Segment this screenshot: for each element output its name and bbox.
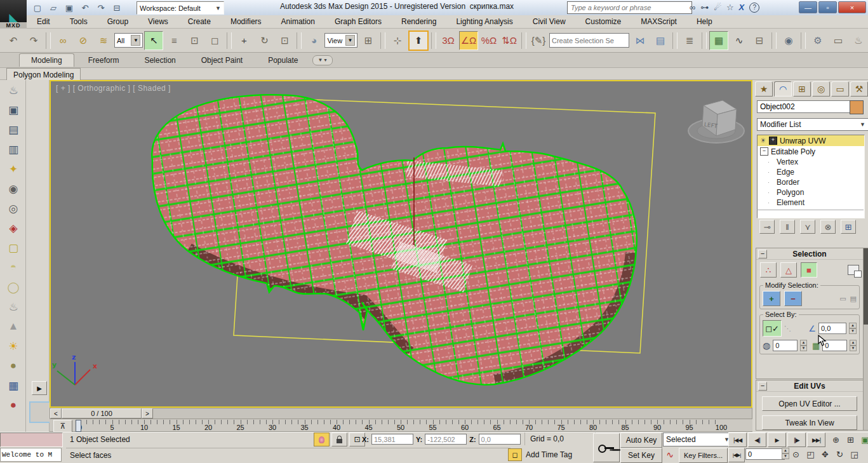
viewport[interactable]: LEFT z x y [50, 80, 752, 408]
bottom-left-panel-button[interactable] [29, 401, 51, 423]
default-tangent-icon[interactable]: ∿ [663, 448, 677, 462]
save-file-icon[interactable]: ▣ [62, 1, 76, 14]
scale-icon[interactable]: ⊡ [275, 31, 294, 50]
open-uv-editor-button[interactable]: Open UV Editor ... [762, 396, 857, 411]
isolate-selection-toggle[interactable] [314, 433, 330, 446]
grow-selection-icon[interactable]: + [763, 291, 780, 306]
stack-subobject-item[interactable]: Polygon [758, 187, 864, 198]
menu-item[interactable]: Views [146, 17, 170, 27]
tweak-in-view-button[interactable]: Tweak In View [762, 415, 857, 430]
pan-icon[interactable]: ✥ [818, 448, 832, 461]
align-icon[interactable]: ▤ [651, 31, 670, 50]
percent-snap-icon[interactable]: %Ω [479, 31, 498, 50]
select-manipulate-icon[interactable]: ◕ [304, 31, 323, 50]
wire-teapot-icon[interactable]: ♨ [5, 299, 22, 314]
layer-manager-icon[interactable]: ≣ [680, 31, 699, 50]
open-file-icon[interactable]: ▱ [46, 1, 60, 14]
menu-item[interactable]: Tools [68, 17, 90, 27]
render-production-icon[interactable]: ♨ [849, 31, 868, 50]
graphite-toggle-icon[interactable]: ▦ [709, 31, 728, 50]
tab-selection[interactable]: Selection [133, 54, 187, 67]
time-slider-handle[interactable]: 0 / 100 [62, 408, 142, 419]
panel-scrollbar[interactable] [863, 248, 868, 431]
rotate-icon[interactable]: ↻ [255, 31, 274, 50]
new-file-icon[interactable]: ▢ [30, 1, 44, 14]
stack-item-editable-poly[interactable]: − Editable Poly [758, 146, 864, 157]
search-input[interactable] [567, 1, 692, 14]
polygon-mode-icon[interactable]: ■ [801, 262, 817, 278]
next-frame-button[interactable]: ||▶ [787, 433, 806, 447]
object-color-swatch[interactable] [850, 100, 864, 114]
key-filters-button[interactable]: Key Filters... [679, 448, 728, 463]
selection-filter-dropdown[interactable]: All▼ [114, 33, 143, 48]
expand-panel-button[interactable]: ▶ [32, 381, 47, 395]
modifier-list-dropdown[interactable]: Modifier List▼ [757, 118, 868, 131]
time-config-icon[interactable]: ⊙ [789, 448, 803, 461]
rendered-frame-window-icon[interactable]: ▣ [5, 102, 22, 117]
move-icon[interactable]: + [234, 31, 253, 50]
next-frame-arrow[interactable]: > [142, 408, 153, 419]
named-selection-sets-icon[interactable]: {✎} [529, 31, 548, 50]
tab-freeform[interactable]: Freeform [77, 54, 131, 67]
rendered-frame-icon[interactable]: ▭ [829, 31, 848, 50]
show-end-result-icon[interactable]: ‖ [780, 220, 795, 234]
configure-modifier-sets-icon[interactable]: ⊞ [841, 220, 856, 234]
light-lister-icon[interactable]: ✦ [5, 161, 22, 177]
time-slider[interactable]: < 0 / 100 > [50, 408, 752, 419]
undo-icon[interactable]: ↶ [4, 31, 23, 50]
dome-light-icon[interactable]: ◓ [5, 260, 22, 275]
maximize-viewport-icon[interactable]: ◲ [848, 448, 861, 461]
scrollbar-thumb[interactable] [864, 248, 868, 325]
rect-selection-icon[interactable]: ⊡ [185, 31, 204, 50]
named-selection-input[interactable] [549, 33, 629, 48]
render-setup-dialog-icon[interactable]: ▤ [5, 122, 22, 137]
select-by-angle-icon[interactable]: ∠ [808, 324, 816, 333]
menu-item[interactable]: Animation [279, 17, 317, 27]
select-by-planar-icon[interactable]: ◍ [763, 340, 770, 351]
tab-motion[interactable]: ◎ [812, 81, 830, 97]
select-by-element-icon[interactable]: ◻✓ [763, 320, 782, 337]
tab-object-paint[interactable]: Object Paint [190, 54, 254, 67]
workspace-dropdown[interactable]: Workspace: Default▼ [137, 1, 224, 15]
tab-hierarchy[interactable]: ⊞ [793, 81, 811, 97]
auto-key-button[interactable]: Auto Key [620, 433, 662, 448]
go-end-button[interactable]: ▶▶| [807, 433, 825, 447]
close-button[interactable]: × [838, 1, 866, 13]
stack-subobject-item[interactable]: Border [758, 177, 864, 187]
selection-lock-toggle[interactable] [331, 433, 347, 446]
planar-threshold-field[interactable]: 0 [773, 340, 798, 351]
favorites-icon[interactable]: ☆ [726, 3, 734, 12]
zoom-extents-icon[interactable]: ▣ [858, 433, 868, 446]
circle-light-icon[interactable]: ◯ [5, 279, 22, 295]
key-mode-toggle[interactable]: |◀▶| [728, 448, 745, 462]
tab-modify[interactable]: ◠ [774, 81, 792, 97]
orbit-icon[interactable]: ↻ [833, 448, 846, 461]
tab-create[interactable]: ★ [755, 81, 773, 97]
stack-item-unwrap-uvw[interactable]: ☀ + Unwrap UVW [758, 135, 864, 146]
app-logo[interactable]: ◣ MXD [0, 0, 27, 29]
stack-subobject-item[interactable]: Edge [758, 167, 864, 177]
maxscript-mini-listener[interactable] [0, 433, 63, 447]
menu-item[interactable]: Create [186, 17, 213, 27]
y-coordinate-field[interactable] [425, 434, 467, 445]
reference-coordinate-dropdown[interactable]: View▼ [324, 33, 357, 48]
z-coordinate-field[interactable] [479, 434, 521, 445]
ribbon-minimize-dropdown[interactable]: ▼ ▾ [312, 55, 333, 65]
grid-spinner[interactable]: ▲▼ [850, 340, 857, 351]
collapse-rollout-icon[interactable]: − [758, 382, 767, 391]
key-icon[interactable]: ⊶ [700, 3, 709, 12]
menu-item[interactable]: Rendering [399, 17, 438, 27]
menu-item[interactable]: Edit [35, 17, 52, 27]
viewport-label[interactable]: [ + ] [ Orthographic ] [ Shaded ] [56, 84, 171, 93]
track-bar-ruler[interactable]: 0510152025303540455055606570758085909510… [74, 419, 728, 432]
stack-subobject-item[interactable]: Element [758, 198, 864, 208]
prev-frame-button[interactable]: ◀|| [748, 433, 766, 447]
schematic-view-icon[interactable]: ⊟ [750, 31, 769, 50]
render-setup-icon[interactable]: ⚙ [808, 31, 827, 50]
loop-icon[interactable]: ▭ [839, 295, 846, 303]
menu-item[interactable]: Modifiers [229, 17, 264, 27]
shrink-selection-icon[interactable]: − [784, 291, 802, 306]
help-icon[interactable]: ? [749, 3, 759, 13]
bind-spacewarp-icon[interactable]: ≋ [94, 31, 113, 50]
angle-snap-icon[interactable]: ∠Ω [459, 31, 478, 50]
